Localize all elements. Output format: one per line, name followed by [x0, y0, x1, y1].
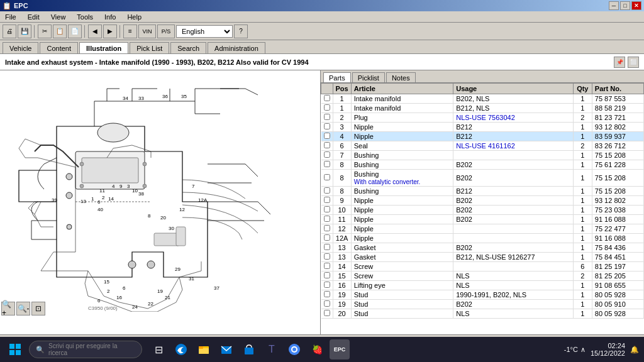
taskbar-icon-raspberry[interactable]: 🍓	[307, 339, 327, 359]
tab-vehicle[interactable]: Vehicle	[3, 42, 38, 53]
table-row[interactable]: 16 Lifting eye NLS 1 91 08 655	[321, 281, 644, 290]
table-row[interactable]: 2 Plug NLS-USE 7563042 2 81 23 721	[321, 113, 644, 123]
row-checkbox[interactable]	[321, 300, 333, 309]
taskbar-icon-explorer[interactable]	[194, 339, 214, 359]
table-row[interactable]: 3 Nipple B212 1 93 12 802	[321, 123, 644, 132]
pin-button[interactable]: 📌	[614, 57, 625, 68]
toolbar-btn-forward[interactable]: ▶	[103, 25, 117, 38]
tab-search[interactable]: Search	[170, 42, 206, 53]
menu-file[interactable]: File	[3, 13, 19, 21]
table-row[interactable]: 7 Bushing 1 75 15 208	[321, 151, 644, 160]
parts-table[interactable]: Pos Article Usage Qty Part No. 1 Intake …	[321, 83, 644, 334]
tab-picklist[interactable]: Pick List	[130, 42, 169, 53]
table-row[interactable]: 1 Intake manifold B212, NLS 1 88 58 219	[321, 104, 644, 113]
expand-button[interactable]: ⬜	[628, 57, 639, 68]
table-row[interactable]: 12A Nipple 1 91 16 088	[321, 234, 644, 243]
table-row[interactable]: 9 Nipple B202 1 93 12 802	[321, 196, 644, 206]
tab-content[interactable]: Content	[40, 42, 78, 53]
table-row[interactable]: 19 Stud B202 1 80 05 910	[321, 300, 644, 309]
table-row[interactable]: 6 Seal NLS-USE 4161162 2 83 26 712	[321, 141, 644, 151]
table-row[interactable]: 4 Nipple B212 1 83 59 937	[321, 132, 644, 141]
toolbar-btn-bar[interactable]: ≡	[123, 25, 137, 38]
row-checkbox[interactable]	[321, 215, 333, 224]
toolbar-btn-1[interactable]: 🖨	[3, 25, 16, 38]
toolbar-btn-copy[interactable]: 📋	[53, 25, 67, 38]
table-row[interactable]: 19 Stud 1990-1991, B202, NLS 1 80 05 928	[321, 290, 644, 300]
toolbar-btn-vin[interactable]: VIN	[138, 25, 156, 38]
row-checkbox[interactable]	[321, 262, 333, 272]
taskbar-icon-mail[interactable]	[216, 339, 236, 359]
minimize-button[interactable]: ─	[609, 1, 619, 10]
row-checkbox[interactable]	[321, 234, 333, 243]
table-row[interactable]: 20 Stud NLS 1 80 05 928	[321, 309, 644, 319]
row-checkbox[interactable]	[321, 132, 333, 141]
row-checkbox[interactable]	[321, 104, 333, 113]
menu-edit[interactable]: Edit	[25, 13, 42, 21]
row-checkbox[interactable]	[321, 94, 333, 104]
row-checkbox[interactable]	[321, 243, 333, 253]
table-row[interactable]: 10 Nipple B202 1 75 23 038	[321, 206, 644, 215]
table-row[interactable]: 8 Bushing B202 1 75 61 228	[321, 160, 644, 170]
table-row[interactable]: 13 Gasket B212, NLS-USE 9126277 1 75 84 …	[321, 253, 644, 262]
row-checkbox[interactable]	[321, 151, 333, 160]
svg-point-5	[67, 224, 72, 229]
fit-button[interactable]: ⊡	[31, 302, 45, 315]
row-usage: NLS	[453, 281, 574, 290]
menu-info[interactable]: Info	[102, 13, 118, 21]
parts-tab-parts[interactable]: Parts	[323, 72, 351, 82]
row-checkbox[interactable]	[321, 206, 333, 215]
zoom-out-button[interactable]: 🔍-	[16, 302, 30, 315]
table-row[interactable]: 8 Bushing B212 1 75 15 208	[321, 187, 644, 196]
table-row[interactable]: 8 BushingWith catalytic converter. B202 …	[321, 170, 644, 187]
toolbar-btn-2[interactable]: 💾	[18, 25, 31, 38]
taskbar-icon-taskview[interactable]: ⊟	[148, 339, 169, 359]
zoom-in-button[interactable]: 🔍+	[1, 302, 15, 315]
row-usage: B212	[453, 123, 574, 132]
taskbar-icon-teams[interactable]: T	[262, 339, 282, 359]
taskbar-icon-store[interactable]	[239, 339, 259, 359]
table-row[interactable]: 1 Intake manifold B202, NLS 1 75 87 553	[321, 94, 644, 104]
toolbar-btn-paste[interactable]: 📄	[68, 25, 82, 38]
taskbar-icon-edge[interactable]	[171, 339, 191, 359]
row-checkbox[interactable]	[321, 196, 333, 206]
table-row[interactable]: 15 Screw NLS 2 81 25 205	[321, 272, 644, 281]
row-checkbox[interactable]	[321, 141, 333, 151]
notification-icon[interactable]: 🔔	[630, 346, 639, 354]
table-row[interactable]: 13 Gasket B202 1 75 84 436	[321, 243, 644, 253]
maximize-button[interactable]: □	[620, 1, 630, 10]
toolbar-btn-pn[interactable]: P/S	[157, 25, 175, 38]
row-checkbox[interactable]	[321, 187, 333, 196]
language-dropdown[interactable]: English Deutsch Français Italiano Españo…	[176, 25, 233, 38]
close-button[interactable]: ✕	[631, 1, 641, 10]
toolbar-btn-back[interactable]: ◀	[88, 25, 102, 38]
row-checkbox[interactable]	[321, 160, 333, 170]
menu-help[interactable]: Help	[125, 13, 144, 21]
row-checkbox[interactable]	[321, 123, 333, 132]
table-row[interactable]: 11 Nipple B202 1 91 16 088	[321, 215, 644, 224]
svg-point-7	[147, 261, 155, 268]
row-checkbox[interactable]	[321, 253, 333, 262]
tab-administration[interactable]: Administration	[208, 42, 265, 53]
row-checkbox[interactable]	[321, 309, 333, 319]
row-checkbox[interactable]	[321, 224, 333, 234]
title-bar-controls[interactable]: ─ □ ✕	[609, 1, 641, 10]
toolbar-btn-help[interactable]: ?	[234, 25, 248, 38]
tab-illustration[interactable]: Illustration	[79, 42, 128, 53]
start-button[interactable]	[5, 339, 25, 359]
table-row[interactable]: 12 Nipple 1 75 22 477	[321, 224, 644, 234]
taskbar-search[interactable]: 🔍 Scrivi qui per eseguire la ricerca	[29, 341, 142, 358]
row-checkbox[interactable]	[321, 113, 333, 123]
menu-tools[interactable]: Tools	[74, 13, 96, 21]
col-qty: Qty	[573, 84, 592, 94]
row-checkbox[interactable]	[321, 272, 333, 281]
menu-view[interactable]: View	[48, 13, 69, 21]
taskbar-icon-chrome[interactable]	[284, 339, 304, 359]
toolbar-btn-cut[interactable]: ✂	[38, 25, 52, 38]
taskbar-icon-epc[interactable]: EPC	[330, 339, 350, 359]
table-row[interactable]: 14 Screw 6 81 25 197	[321, 262, 644, 272]
parts-tab-picklist[interactable]: Picklist	[352, 72, 385, 82]
row-checkbox[interactable]	[321, 290, 333, 300]
row-checkbox[interactable]	[321, 281, 333, 290]
parts-tab-notes[interactable]: Notes	[386, 72, 416, 82]
row-checkbox[interactable]	[321, 170, 333, 187]
